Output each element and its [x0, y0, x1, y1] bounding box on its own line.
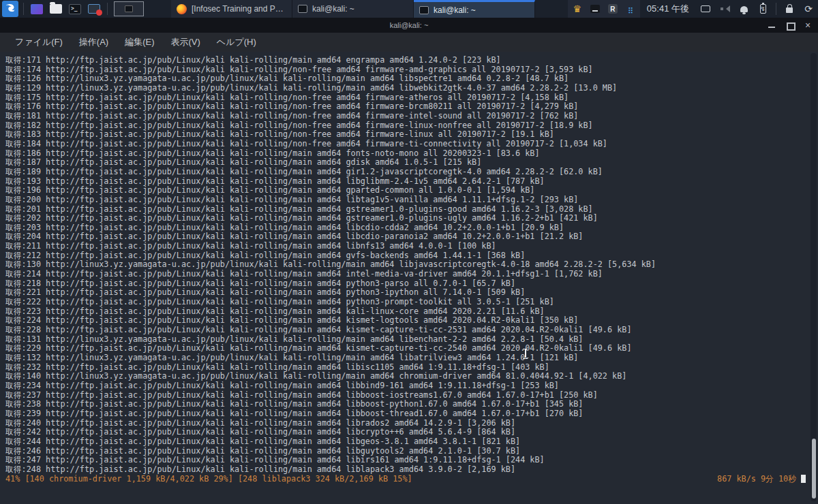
terminal-output-line: 取得:187 http://ftp.jaist.ac.jp/pub/Linux/…: [5, 158, 806, 168]
kali-menu-button[interactable]: [2, 1, 18, 17]
tray-icon-group: ♛ R ⣶: [568, 0, 640, 18]
terminal-output-line: 取得:132 http://linux3.yz.yamagata-u.ac.jp…: [5, 353, 806, 363]
terminal-viewport[interactable]: 取得:171 http://ftp.jaist.ac.jp/pub/Linux/…: [0, 52, 818, 504]
speaker-icon: [721, 5, 729, 12]
terminal-output-line: 取得:175 http://ftp.jaist.ac.jp/pub/Linux/…: [5, 93, 806, 103]
terminal-menubar: ファイル(F)操作(A)編集(E)表示(V)ヘルプ(H): [0, 33, 818, 52]
maximize-button[interactable]: [787, 22, 794, 29]
minimize-button[interactable]: [768, 22, 776, 29]
terminal-output-line: 取得:247 http://ftp.jaist.ac.jp/pub/Linux/…: [5, 456, 806, 465]
logout-button[interactable]: ⟳: [802, 3, 815, 15]
scrollbar-thumb[interactable]: [812, 439, 816, 499]
terminal-output-line: 取得:140 http://linux3.yz.yamagata-u.ac.jp…: [5, 372, 806, 381]
taskbar: [Infosec Training and Pe… kali@kali: ~ k…: [171, 0, 535, 18]
workspace-window-thumbnail: [125, 5, 133, 12]
files-app-icon: [31, 4, 43, 14]
terminal-output-line: 取得:229 http://ftp.jaist.ac.jp/pub/Linux/…: [5, 344, 806, 353]
top-panel: >_ [Infosec Training and Pe… kali@kali: …: [0, 0, 818, 18]
workspace-pager: [114, 1, 144, 16]
lock-screen-button[interactable]: [783, 3, 796, 15]
file-manager-launcher[interactable]: [29, 1, 45, 16]
battery-status-icon[interactable]: ↯: [757, 3, 769, 15]
apt-transfer-stats: 867 kB/s 9分 10秒: [717, 475, 796, 484]
menu-item[interactable]: 編集(E): [118, 34, 161, 50]
terminal-output-line: 取得:214 http://ftp.jaist.ac.jp/pub/Linux/…: [5, 270, 806, 279]
system-tray: ♛ R ⣶ 05:41 午後 ↯ ⟳: [568, 0, 818, 18]
lock-icon: [786, 7, 793, 13]
battery-icon: ↯: [760, 4, 766, 14]
terminal-titlebar[interactable]: kali@kali: ~ ×: [0, 18, 818, 33]
terminal-output-line: 取得:244 http://ftp.jaist.ac.jp/pub/Linux/…: [5, 437, 806, 447]
workspace-1[interactable]: [114, 1, 144, 16]
panel-separator: [107, 3, 108, 15]
taskbar-button-label: kali@kali: ~: [312, 4, 354, 14]
terminal-output-line: 取得:237 http://ftp.jaist.ac.jp/pub/Linux/…: [5, 391, 806, 400]
terminal-output-line: 取得:242 http://ftp.jaist.ac.jp/pub/Linux/…: [5, 428, 806, 437]
window-controls: ×: [768, 18, 813, 33]
terminal-output-line: 取得:182 http://ftp.jaist.ac.jp/pub/Linux/…: [5, 121, 806, 131]
power-icon: ⟳: [804, 3, 813, 14]
terminal-output-line: 取得:218 http://ftp.jaist.ac.jp/pub/Linux/…: [5, 279, 806, 289]
terminal-output-line: 取得:246 http://ftp.jaist.ac.jp/pub/Linux/…: [5, 447, 806, 456]
r-badge: R: [608, 4, 618, 14]
terminal-output-line: 取得:238 http://ftp.jaist.ac.jp/pub/Linux/…: [5, 400, 806, 409]
display-icon: [701, 5, 710, 12]
menu-item[interactable]: ヘルプ(H): [210, 34, 263, 50]
network-monitor-tray-icon[interactable]: ⣶: [625, 3, 636, 14]
taskbar-button-label: kali@kali: ~: [434, 5, 476, 15]
terminal-output-line: 取得:201 http://ftp.jaist.ac.jp/pub/Linux/…: [5, 205, 806, 215]
close-button[interactable]: ×: [805, 22, 813, 29]
crown-tray-icon[interactable]: ♛: [572, 3, 583, 14]
taskbar-button-firefox[interactable]: [Infosec Training and Pe…: [171, 0, 292, 18]
folder-icon: [50, 4, 62, 14]
terminal-icon: >_: [69, 4, 81, 14]
menu-item[interactable]: 表示(V): [164, 34, 207, 50]
terminal-output-line: 取得:234 http://ftp.jaist.ac.jp/pub/Linux/…: [5, 381, 806, 391]
terminal-output-line: 取得:248 http://ftp.jaist.ac.jp/pub/Linux/…: [5, 465, 806, 475]
menu-item[interactable]: ファイル(F): [8, 34, 70, 50]
terminal-output-line: 取得:232 http://ftp.jaist.ac.jp/pub/Linux/…: [5, 363, 806, 373]
terminal-output-line: 取得:171 http://ftp.jaist.ac.jp/pub/Linux/…: [5, 56, 806, 65]
terminal-output-line: 取得:211 http://ftp.jaist.ac.jp/pub/Linux/…: [5, 242, 806, 251]
terminal-output-line: 取得:183 http://ftp.jaist.ac.jp/pub/Linux/…: [5, 130, 806, 140]
terminal-icon: [419, 6, 429, 14]
notifications-bell-icon[interactable]: [738, 3, 750, 15]
terminal-cursor: [801, 475, 806, 483]
kali-dragon-icon: [4, 1, 16, 16]
panel-separator: [23, 3, 24, 15]
terminal-output-line: 取得:184 http://ftp.jaist.ac.jp/pub/Linux/…: [5, 140, 806, 149]
terminal-output-line: 取得:193 http://ftp.jaist.ac.jp/pub/Linux/…: [5, 177, 806, 187]
taskbar-button-terminal-2-active[interactable]: kali@kali: ~: [414, 0, 535, 18]
screen-glyph: [590, 5, 600, 13]
terminal-output-line: 取得:196 http://ftp.jaist.ac.jp/pub/Linux/…: [5, 186, 806, 195]
volume-muted-icon[interactable]: [718, 3, 731, 15]
terminal-output-line: 取得:186 http://ftp.jaist.ac.jp/pub/Linux/…: [5, 149, 806, 159]
terminal-output-line: 取得:224 http://ftp.jaist.ac.jp/pub/Linux/…: [5, 316, 806, 326]
terminal-output-line: 取得:129 http://linux3.yz.yamagata-u.ac.jp…: [5, 84, 806, 93]
terminal-output-line: 取得:221 http://ftp.jaist.ac.jp/pub/Linux/…: [5, 288, 806, 298]
terminal-output-line: 取得:181 http://ftp.jaist.ac.jp/pub/Linux/…: [5, 112, 806, 121]
taskbar-button-label: [Infosec Training and Pe…: [192, 4, 286, 14]
terminal-scrollbar[interactable]: [811, 53, 817, 501]
terminal-launcher[interactable]: >_: [67, 1, 83, 16]
terminal-output: 取得:171 http://ftp.jaist.ac.jp/pub/Linux/…: [5, 56, 806, 475]
screen-tray-icon[interactable]: [590, 3, 601, 14]
r-app-tray-icon[interactable]: R: [607, 3, 618, 14]
terminal-output-line: 取得:212 http://ftp.jaist.ac.jp/pub/Linux/…: [5, 251, 806, 261]
terminal-output-line: 取得:228 http://ftp.jaist.ac.jp/pub/Linux/…: [5, 326, 806, 335]
folder-launcher[interactable]: [48, 1, 64, 16]
screen-recorder-launcher[interactable]: [86, 1, 102, 16]
terminal-output-line: 取得:204 http://ftp.jaist.ac.jp/pub/Linux/…: [5, 232, 806, 242]
terminal-output-line: 取得:222 http://ftp.jaist.ac.jp/pub/Linux/…: [5, 298, 806, 307]
display-status-icon[interactable]: [699, 3, 712, 15]
menu-item[interactable]: 操作(A): [72, 34, 115, 50]
taskbar-button-terminal-1[interactable]: kali@kali: ~: [292, 0, 414, 18]
terminal-output-line: 取得:189 http://ftp.jaist.ac.jp/pub/Linux/…: [5, 168, 806, 177]
apt-progress-text: 41% [140 chromium-driver 1,159 kB/4,022 …: [5, 475, 412, 484]
terminal-output-line: 取得:240 http://ftp.jaist.ac.jp/pub/Linux/…: [5, 419, 806, 428]
terminal-icon: [298, 5, 307, 13]
clock[interactable]: 05:41 午後: [647, 3, 689, 15]
bell-icon: [740, 6, 748, 12]
apt-progress-line: 41% [140 chromium-driver 1,159 kB/4,022 …: [5, 475, 806, 484]
terminal-output-line: 取得:202 http://ftp.jaist.ac.jp/pub/Linux/…: [5, 214, 806, 223]
